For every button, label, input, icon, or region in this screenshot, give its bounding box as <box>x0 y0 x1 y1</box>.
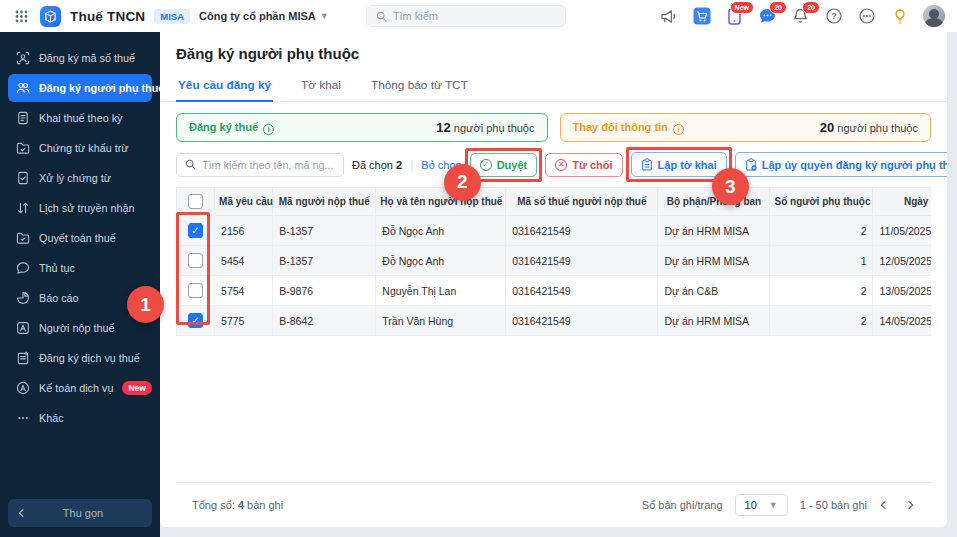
main-area: Đăng ký người phụ thuộc Yêu cầu đăng ký … <box>160 32 957 537</box>
top-icon-group: New 20 20 ? <box>659 5 945 27</box>
table-cell: 0316421549 <box>506 216 658 246</box>
x-circle-icon: ✕ <box>555 159 567 171</box>
table-cell: 5775 <box>215 306 273 336</box>
table-cell: Nguyễn Thị Lan <box>376 276 506 306</box>
new-badge: New <box>122 381 151 395</box>
table-search-input[interactable]: Tìm kiếm theo tên, mã ng... <box>176 153 344 177</box>
sidebar-item-9[interactable]: Người nộp thuế <box>8 314 152 342</box>
table-cell: 0316421549 <box>506 276 658 306</box>
reject-button[interactable]: ✕ Từ chối <box>545 153 622 177</box>
table-cell: 0316421549 <box>506 306 658 336</box>
select-all-checkbox[interactable] <box>188 194 203 209</box>
sidebar-item-2[interactable]: Khai thuế theo kỳ <box>8 104 152 132</box>
row-checkbox[interactable] <box>188 283 203 298</box>
table-cell: 2 <box>770 306 873 336</box>
idea-bulb-icon[interactable] <box>890 7 909 26</box>
next-page-button[interactable] <box>903 498 915 512</box>
column-header: Họ và tên người nộp thuế <box>376 188 506 216</box>
row-checkbox[interactable] <box>188 253 203 268</box>
user-avatar[interactable] <box>923 5 945 27</box>
table-cell: 14/05/2025 15:30 <box>873 306 931 336</box>
sidebar-item-label: Quyết toán thuế <box>39 232 116 244</box>
sidebar-item-12[interactable]: Khác <box>8 404 152 432</box>
sidebar-item-label: Đăng ký người phụ thuộc <box>39 82 171 94</box>
per-page-value: 10 <box>745 499 757 511</box>
prev-page-button[interactable] <box>879 498 891 512</box>
sidebar-item-10[interactable]: Đăng ký dịch vụ thuế <box>8 344 152 372</box>
company-name: Công ty cổ phần MISA <box>199 10 316 22</box>
sidebar-item-label: Báo cáo <box>39 292 79 304</box>
card-count: 12 <box>436 120 450 135</box>
table-cell: Dự án HRM MISA <box>658 216 770 246</box>
search-icon <box>376 11 387 22</box>
table-cell: 2156 <box>215 216 273 246</box>
bell-icon[interactable]: 20 <box>791 7 810 26</box>
create-declaration-button[interactable]: Lập tờ khai <box>631 152 727 177</box>
id-scan-icon <box>16 51 30 65</box>
column-header: Số người phụ thuộc <box>770 188 873 216</box>
sidebar-item-6[interactable]: Quyết toán thuế <box>8 224 152 252</box>
sidebar-menu: Đăng ký mã số thuếĐăng ký người phụ thuộ… <box>8 44 152 434</box>
circle-a-icon <box>16 381 30 395</box>
sidebar-item-label: Khác <box>39 412 64 424</box>
product-badge: MISA <box>154 9 190 24</box>
sidebar-item-4[interactable]: Xử lý chứng từ <box>8 164 152 192</box>
arrows-icon <box>16 201 30 215</box>
doc-check-icon <box>16 171 30 185</box>
sidebar-item-3[interactable]: Chứng từ khấu trừ <box>8 134 152 162</box>
sidebar-item-1[interactable]: Đăng ký người phụ thuộc <box>8 74 152 102</box>
per-page-label: Số bản ghi/trang <box>642 499 723 511</box>
top-bar: Thuế TNCN MISA Công ty cổ phần MISA ▼ Tì… <box>0 0 957 32</box>
table-cell: B-8642 <box>273 306 376 336</box>
check-circle-icon: ✓ <box>480 159 492 171</box>
approve-annotation-wrap: ✓ Duyệt 2 <box>470 153 538 177</box>
declaration-annotation-wrap: Lập tờ khai 3 <box>631 152 727 177</box>
per-page-select[interactable]: 10 ▼ <box>735 494 788 516</box>
sidebar-item-7[interactable]: Thủ tục <box>8 254 152 282</box>
clipboard-icon <box>641 158 653 171</box>
row-checkbox[interactable]: ✓ <box>188 313 203 328</box>
megaphone-icon[interactable] <box>659 7 678 26</box>
table-cell: 13/05/2025 15:30 <box>873 276 931 306</box>
table-cell: 12/05/2025 15:30 <box>873 246 931 276</box>
sidebar-item-5[interactable]: Lịch sử truyền nhận <box>8 194 152 222</box>
column-header: Mã số thuế người nộp thuế <box>506 188 658 216</box>
search-placeholder: Tìm kiếm <box>393 10 438 22</box>
help-icon[interactable]: ? <box>824 7 843 26</box>
divider: | <box>410 158 413 172</box>
card-label: Thay đổi thông tin <box>573 121 668 133</box>
tab-tct-notifications[interactable]: Thông báo từ TCT <box>369 73 470 102</box>
column-header: Mã yêu cầu <box>215 188 273 216</box>
sidebar-item-label: Đăng ký dịch vụ thuế <box>39 352 140 364</box>
store-cart-icon[interactable] <box>692 7 711 26</box>
company-selector[interactable]: Công ty cổ phần MISA ▼ <box>199 10 329 22</box>
search-icon <box>185 159 196 170</box>
info-change-card[interactable]: Thay đổi thông tini 20 người phụ thuộc <box>560 113 932 142</box>
info-icon: i <box>263 124 274 135</box>
collapse-sidebar-button[interactable]: Thu gọn <box>8 499 152 527</box>
table-cell: 5754 <box>215 276 273 306</box>
chevron-down-icon: ▼ <box>769 500 778 510</box>
sidebar-item-label: Thủ tục <box>39 262 75 274</box>
tab-declarations[interactable]: Tờ khai <box>299 73 343 102</box>
row-checkbox[interactable]: ✓ <box>188 223 203 238</box>
summary-cards: Đăng ký thuếi 12 người phụ thuộc Thay đổ… <box>176 113 931 142</box>
tab-content: Đăng ký thuếi 12 người phụ thuộc Thay đổ… <box>160 102 947 527</box>
table-header-row: Mã yêu cầuMã người nộp thuếHọ và tên ngư… <box>177 188 932 216</box>
table-body: ✓2156B-1357Đỗ Ngọc Anh0316421549Dự án HR… <box>177 216 932 336</box>
table-cell: Dự án HRM MISA <box>658 306 770 336</box>
sidebar-item-11[interactable]: Kế toán dịch vụNew <box>8 374 152 402</box>
global-search-input[interactable]: Tìm kiếm <box>366 5 566 27</box>
chat-icon[interactable]: 20 <box>758 7 777 26</box>
app-grid-icon[interactable] <box>12 7 31 26</box>
more-options-icon[interactable] <box>857 7 876 26</box>
approve-button[interactable]: ✓ Duyệt <box>470 153 538 177</box>
tax-registration-card[interactable]: Đăng ký thuếi 12 người phụ thuộc <box>176 113 548 142</box>
tab-registration-requests[interactable]: Yêu cầu đăng ký <box>176 73 273 102</box>
table-footer: Tổng số: 4 bản ghi Số bản ghi/trang 10 ▼… <box>176 482 931 527</box>
table-cell: B-1357 <box>273 216 376 246</box>
chevron-down-icon: ▼ <box>320 11 329 21</box>
create-authorization-button[interactable]: Lập ủy quyền đăng ký người phụ thuộc <box>735 152 947 177</box>
mobile-app-icon[interactable]: New <box>725 7 744 26</box>
sidebar-item-0[interactable]: Đăng ký mã số thuế <box>8 44 152 72</box>
